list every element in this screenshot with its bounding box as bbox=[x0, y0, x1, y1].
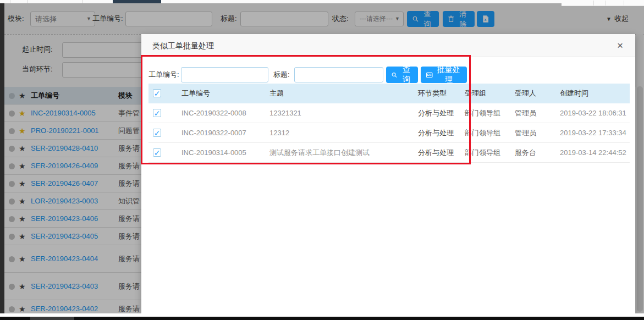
handler-cell: 服务台 bbox=[515, 143, 536, 163]
taskbar-edge bbox=[0, 317, 644, 320]
modal-query-button[interactable]: 查询 bbox=[386, 67, 418, 83]
search-icon bbox=[392, 71, 397, 79]
browser-tab-corner bbox=[562, 0, 644, 6]
tab-separator bbox=[593, 1, 594, 5]
table-row[interactable]: ✓ INC-20190322-0008 12321321 分析与处理 部门领导组… bbox=[148, 103, 630, 123]
table-row[interactable]: ✓ INC-20190314-0005 测试服务请求工单接口创建测试 分析与处理… bbox=[148, 143, 630, 163]
modal-query-button-label: 查询 bbox=[400, 65, 412, 85]
tab-separator bbox=[606, 1, 606, 5]
order-no-cell: INC-20190314-0005 bbox=[181, 143, 246, 163]
tab-separator bbox=[27, 0, 28, 3]
taskbar-item bbox=[30, 317, 74, 320]
active-tab[interactable] bbox=[113, 0, 161, 3]
row-checkbox[interactable]: ✓ bbox=[153, 129, 161, 137]
close-icon[interactable]: × bbox=[617, 34, 623, 57]
modal-order-no-input[interactable] bbox=[181, 67, 268, 82]
column-header-group: 受理组 bbox=[465, 84, 486, 103]
row-checkbox[interactable]: ✓ bbox=[153, 148, 161, 157]
tab-separator bbox=[10, 0, 10, 3]
handler-cell: 管理员 bbox=[515, 123, 536, 143]
table-row[interactable]: ✓ INC-20190322-0007 12312 分析与处理 部门领导组 管理… bbox=[148, 123, 630, 143]
subject-cell: 12321321 bbox=[269, 103, 301, 123]
group-cell: 部门领导组 bbox=[465, 123, 500, 143]
modal-table-rows: ✓ INC-20190322-0008 12321321 分析与处理 部门领导组… bbox=[148, 103, 630, 163]
group-cell: 部门领导组 bbox=[465, 103, 500, 123]
browser-tab-strip bbox=[0, 0, 644, 3]
row-checkbox[interactable]: ✓ bbox=[153, 109, 161, 117]
modal-title-label: 标题: bbox=[273, 67, 290, 82]
modal-table-header: ✓ 工单编号 主题 环节类型 受理组 受理人 创建时间 bbox=[148, 84, 630, 103]
created-time-cell: 2019-03-22 18:06:31 bbox=[560, 103, 626, 123]
batch-process-button[interactable]: 批量处理 bbox=[421, 67, 467, 83]
batch-process-modal: 类似工单批量处理 × 工单编号: 标题: 查询 批量处理 ✓ 工单编号 主题 环… bbox=[141, 34, 635, 313]
subject-cell: 测试服务请求工单接口创建测试 bbox=[269, 143, 370, 163]
created-time-cell: 2019-03-14 22:44:52 bbox=[560, 143, 626, 163]
step-type-cell: 分析与处理 bbox=[418, 103, 454, 123]
handler-cell: 管理员 bbox=[515, 103, 536, 123]
batch-list-icon bbox=[426, 71, 433, 79]
modal-order-no-label: 工单编号: bbox=[148, 67, 179, 82]
group-cell: 部门领导组 bbox=[465, 143, 500, 163]
column-header-step: 环节类型 bbox=[418, 84, 447, 103]
column-header-handler: 受理人 bbox=[515, 84, 536, 103]
step-type-cell: 分析与处理 bbox=[418, 143, 454, 163]
modal-title: 类似工单批量处理 bbox=[152, 34, 214, 57]
column-header-created: 创建时间 bbox=[560, 84, 588, 103]
created-time-cell: 2019-03-22 17:33:34 bbox=[560, 123, 626, 143]
modal-result-table: ✓ 工单编号 主题 环节类型 受理组 受理人 创建时间 ✓ INC-201903… bbox=[148, 84, 630, 163]
modal-header: 类似工单批量处理 × bbox=[141, 34, 635, 57]
column-header-subject: 主题 bbox=[269, 84, 284, 103]
column-header-order: 工单编号 bbox=[181, 84, 210, 103]
select-all-checkbox[interactable]: ✓ bbox=[153, 89, 161, 97]
order-no-cell: INC-20190322-0007 bbox=[181, 123, 246, 143]
tab-separator bbox=[82, 0, 83, 3]
step-type-cell: 分析与处理 bbox=[418, 123, 454, 143]
order-no-cell: INC-20190322-0008 bbox=[181, 103, 246, 123]
batch-process-button-label: 批量处理 bbox=[436, 65, 461, 85]
tab-separator bbox=[624, 1, 624, 5]
subject-cell: 12312 bbox=[269, 123, 289, 143]
modal-title-input[interactable] bbox=[294, 67, 383, 82]
